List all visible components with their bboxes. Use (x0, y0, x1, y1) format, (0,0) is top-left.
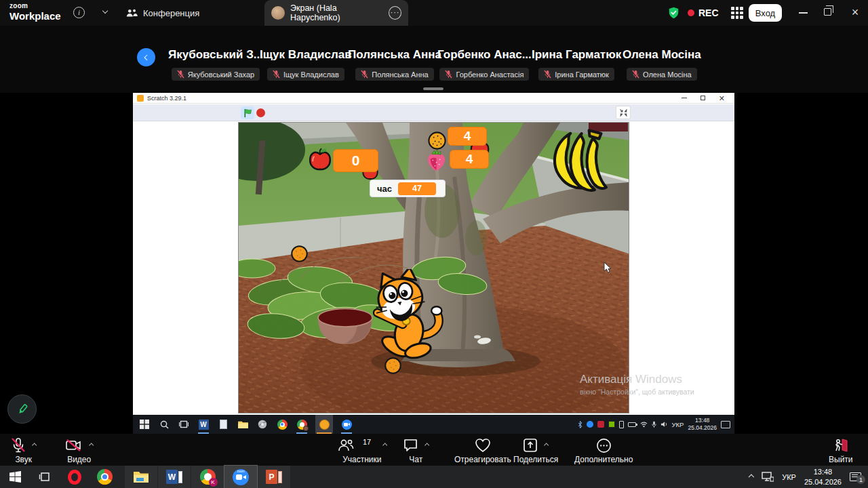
audio-control[interactable]: Звук (11, 436, 36, 464)
participant-tile[interactable]: Ірина Гарматюк Ірина Гарматюк (532, 48, 621, 81)
chevron-down-icon[interactable] (102, 8, 108, 14)
antivirus-tray-icon[interactable] (597, 421, 604, 428)
login-button[interactable]: Вход (749, 4, 782, 22)
close-button[interactable]: × (848, 5, 862, 20)
zoom-tray-icon[interactable] (587, 421, 593, 428)
filmstrip-back-button[interactable] (137, 48, 155, 66)
chrome-taskbar-icon[interactable] (276, 415, 288, 434)
participant-tag-label: Полянська Анна (372, 70, 428, 79)
audio-label: Звук (15, 455, 32, 464)
participant-tag-label: Іщук Владислав (283, 70, 339, 79)
exit-fullscreen-button[interactable] (616, 106, 631, 119)
green-flag-icon (243, 108, 252, 118)
host-start-button[interactable] (0, 466, 30, 488)
wifi-icon[interactable] (640, 422, 648, 428)
start-button-icon[interactable] (138, 415, 151, 434)
participants-count: 17 (363, 438, 371, 446)
scratch-close-button[interactable]: ✕ (719, 95, 725, 102)
host-powerpoint-button[interactable]: P (258, 466, 290, 488)
scratch-window-titlebar: Scratch 3.29.1 ✕ (133, 93, 734, 104)
security-shield-icon[interactable] (667, 6, 680, 20)
host-language-indicator[interactable]: УКР (782, 473, 796, 481)
annotate-button[interactable] (7, 394, 37, 424)
hidden-icons-chevron[interactable] (749, 474, 754, 479)
host-action-center-icon[interactable]: 1 (850, 472, 861, 481)
tab-shared-screen[interactable]: Экран (Hala Hapychenko) ··· (264, 0, 408, 26)
more-control[interactable]: Дополнительно (574, 436, 633, 464)
participant-tile[interactable]: Полянська Анна Полянська Анна (348, 48, 441, 81)
host-word-button[interactable]: W (158, 466, 191, 488)
inner-action-center-icon[interactable] (721, 421, 730, 428)
participant-tag-label: Ірина Гарматюк (555, 70, 609, 79)
task-view-icon[interactable] (178, 415, 190, 434)
speaker-icon[interactable] (660, 421, 668, 428)
video-label: Видео (67, 455, 91, 464)
chat-options-chevron[interactable] (425, 443, 430, 448)
gpu-tray-icon[interactable] (608, 421, 615, 428)
inner-clock[interactable]: 13:4825.04.2026 (688, 417, 717, 431)
chat-label: Чат (409, 455, 422, 464)
participants-control[interactable]: 17 Участники (337, 436, 387, 464)
chat-control[interactable]: Чат (403, 436, 429, 464)
apps-grid-icon[interactable] (731, 7, 743, 19)
document-app-icon[interactable] (217, 415, 229, 434)
tab-conference[interactable]: Конференция (125, 0, 199, 26)
zoom-taskbar-icon[interactable] (340, 415, 353, 434)
host-zoom-button[interactable]: zoom (224, 466, 257, 488)
heart-icon (475, 438, 491, 453)
scratch-taskbar-icon[interactable] (315, 415, 333, 434)
participant-tile[interactable]: Олена Мосіна Олена Мосіна (623, 48, 701, 81)
video-control[interactable]: Видео (65, 436, 93, 464)
host-clock[interactable]: 13:4825.04.2026 (804, 467, 842, 487)
share-control[interactable]: Поделиться (513, 436, 558, 464)
inner-language-indicator[interactable]: УКР (672, 421, 684, 428)
leave-control[interactable]: Выйти (829, 436, 853, 464)
word-taskbar-icon[interactable]: W (197, 415, 210, 434)
presenter-avatar (271, 6, 285, 20)
timer-label: час (377, 184, 392, 194)
recording-indicator: REC (688, 7, 719, 18)
react-control[interactable]: Отреагировать (454, 436, 511, 464)
file-explorer-icon[interactable] (237, 415, 249, 434)
mic-muted-icon (544, 70, 551, 79)
search-icon[interactable] (158, 415, 170, 434)
participants-options-chevron[interactable] (382, 443, 388, 448)
opera-taskbar-icon[interactable] (60, 466, 90, 488)
green-flag-button[interactable] (241, 106, 254, 119)
restore-button[interactable] (824, 8, 831, 16)
host-file-explorer-button[interactable] (125, 466, 157, 488)
notification-badge: 1 (856, 475, 865, 484)
host-task-view-icon[interactable] (30, 466, 60, 488)
screen-tab-label: Экран (Hala Hapychenko) (290, 3, 383, 22)
more-label: Дополнительно (574, 455, 633, 464)
bluetooth-icon[interactable] (578, 421, 583, 428)
participant-nametag: Ірина Гарматюк (538, 68, 614, 81)
display-network-icon[interactable] (762, 472, 774, 482)
bananas-sprite (544, 127, 617, 196)
chat-icon (403, 438, 418, 453)
phone-tray-icon[interactable] (619, 421, 624, 428)
chrome-profile-taskbar-icon[interactable] (296, 415, 308, 434)
audio-options-chevron[interactable] (32, 443, 37, 448)
participant-tile[interactable]: Якубовський З... Якубовський Захар (168, 48, 263, 81)
browser-globe-icon[interactable] (256, 415, 269, 434)
tab-options-icon[interactable]: ··· (389, 6, 401, 20)
stop-button[interactable] (256, 108, 265, 117)
apple-count-monitor: 0 (333, 149, 378, 172)
host-chrome-icon[interactable] (90, 466, 119, 488)
pencil-icon (16, 403, 29, 416)
minimize-button[interactable] (799, 12, 808, 14)
scratch-window-title: Scratch 3.29.1 (147, 95, 186, 102)
scratch-minimize-button[interactable] (682, 98, 687, 99)
share-options-chevron[interactable] (544, 443, 549, 448)
video-options-chevron[interactable] (89, 443, 94, 448)
meeting-info-icon[interactable]: i (73, 7, 85, 18)
participants-icon (337, 438, 355, 453)
participant-tile[interactable]: Іщук Владислав Іщук Владислав (260, 48, 352, 81)
battery-icon[interactable] (628, 422, 636, 427)
scratch-restore-button[interactable] (701, 96, 705, 100)
host-windows-taskbar: W K zoom P УКР 13:4825.04.2026 1 (0, 466, 868, 488)
participant-tile[interactable]: Горбенко Анас... Горбенко Анастасія (437, 48, 532, 81)
mic-tray-icon[interactable] (652, 421, 656, 428)
host-chrome-profile-button[interactable]: K (191, 466, 224, 488)
